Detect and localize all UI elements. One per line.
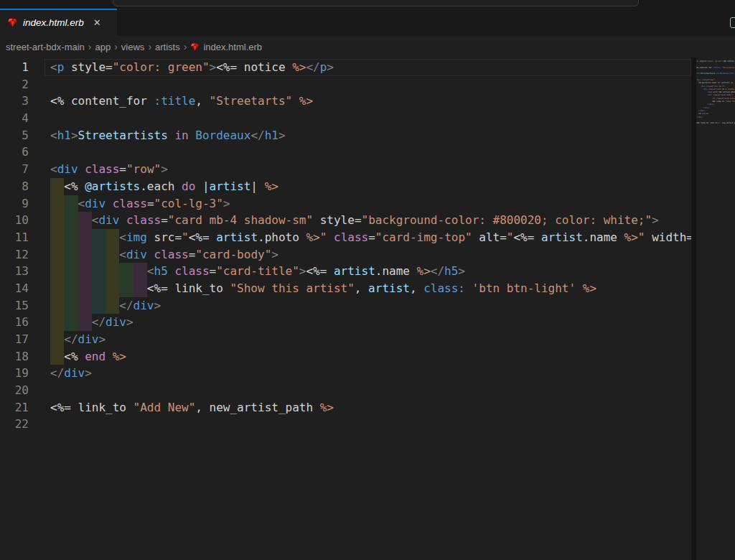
- chevron-right-icon: ›: [148, 41, 151, 52]
- indent-guide: [119, 280, 133, 297]
- indent-guide: [92, 297, 106, 314]
- breadcrumb-item-views[interactable]: views: [121, 42, 145, 52]
- code-line[interactable]: 13<h5 class="card-title"><%= artist.name…: [0, 263, 691, 280]
- code-line[interactable]: 22: [0, 416, 691, 433]
- code-line[interactable]: 11<img src="<%= artist.photo %>" class="…: [0, 229, 691, 246]
- indent-guide: [106, 297, 119, 314]
- minimap[interactable]: <p style="color: green"><%= notice %></p…: [696, 57, 735, 560]
- indent-guide: [134, 263, 147, 280]
- line-number: 14: [0, 280, 29, 297]
- code-text: <% @artists.each do |artist| %>: [50, 178, 278, 195]
- line-number: 2: [0, 76, 29, 93]
- line-number: 15: [0, 297, 29, 314]
- line-number: 11: [0, 229, 29, 246]
- indent-guide: [106, 246, 119, 263]
- code-line[interactable]: 3<% content_for :title, "Streetarts" %>: [0, 93, 691, 110]
- indent-guide: [64, 263, 78, 280]
- title-bar: [0, 0, 735, 9]
- indent-guide: [92, 280, 106, 297]
- line-number: 21: [0, 399, 29, 416]
- code-line[interactable]: 6: [0, 144, 691, 161]
- indent-guide: [50, 314, 64, 331]
- code-editor[interactable]: 1<p style="color: green"><%= notice %></…: [0, 57, 691, 560]
- line-number: 7: [0, 161, 29, 178]
- code-line[interactable]: 5<h1>Streetartists in Bordeaux</h1>: [0, 127, 691, 144]
- indent-guide: [64, 229, 78, 246]
- code-line[interactable]: 15</div>: [0, 297, 691, 314]
- breadcrumb-item-app[interactable]: app: [95, 42, 111, 52]
- scrollbar[interactable]: [691, 57, 696, 560]
- indent-guide: [106, 263, 119, 280]
- code-text: </div>: [50, 331, 106, 348]
- line-number: 10: [0, 212, 29, 229]
- breadcrumb-item-artists[interactable]: artists: [155, 42, 180, 52]
- code-line[interactable]: 21<%= link_to "Add New", new_artist_path…: [0, 399, 691, 416]
- line-number: 16: [0, 314, 29, 331]
- line-number: 22: [0, 416, 29, 433]
- indent-guide: [106, 229, 119, 246]
- indent-guide: [119, 263, 133, 280]
- indent-guide: [50, 263, 64, 280]
- indent-guide: [78, 212, 92, 229]
- indent-guide: [106, 280, 119, 297]
- code-text: </div>: [50, 314, 134, 331]
- line-number: 4: [0, 110, 29, 127]
- indent-guide: [64, 280, 78, 297]
- code-line[interactable]: 19</div>: [0, 365, 691, 382]
- command-center[interactable]: [113, 0, 639, 6]
- ruby-icon: [190, 42, 200, 52]
- line-number: 8: [0, 178, 29, 195]
- code-line[interactable]: 16</div>: [0, 314, 691, 331]
- breadcrumb-item-root[interactable]: street-art-bdx-main: [6, 42, 85, 52]
- split-editor-icon[interactable]: [730, 17, 735, 28]
- tab-index-html-erb[interactable]: index.html.erb ✕: [0, 9, 117, 36]
- indent-guide: [50, 246, 64, 263]
- line-number: 3: [0, 93, 29, 110]
- code-line[interactable]: 4: [0, 110, 691, 127]
- code-line[interactable]: 14<%= link_to "Show this artist", artist…: [0, 280, 691, 297]
- code-line[interactable]: 18<% end %>: [0, 348, 691, 365]
- chevron-right-icon: ›: [114, 41, 118, 52]
- line-number: 1: [0, 59, 29, 76]
- ruby-icon: [7, 17, 18, 28]
- indent-guide: [50, 280, 64, 297]
- indent-guide: [78, 229, 92, 246]
- code-text: <div class="card mb-4 shadow-sm" style="…: [50, 212, 659, 229]
- indent-guide: [92, 229, 106, 246]
- minimap-lines: <p style="color: green"><%= notice %></p…: [696, 60, 735, 129]
- indent-guide: [64, 195, 78, 213]
- line-number: 5: [0, 127, 29, 144]
- code-line[interactable]: 10<div class="card mb-4 shadow-sm" style…: [0, 212, 691, 229]
- code-text: <% end %>: [50, 348, 126, 365]
- code-line[interactable]: 12<div class="card-body">: [0, 246, 691, 263]
- indent-guide: [78, 246, 92, 263]
- code-line[interactable]: 8<% @artists.each do |artist| %>: [0, 178, 691, 195]
- code-text: <% content_for :title, "Streetarts" %>: [50, 93, 313, 110]
- code-line[interactable]: 2: [0, 76, 691, 93]
- code-line[interactable]: 17</div>: [0, 331, 691, 348]
- indent-guide: [64, 297, 78, 314]
- code-text: <div class="row">: [50, 161, 168, 178]
- indent-guide: [64, 314, 78, 331]
- indent-guide: [64, 212, 78, 229]
- code-text: <img src="<%= artist.photo %>" class="ca…: [50, 229, 691, 246]
- chevron-right-icon: ›: [184, 41, 187, 52]
- line-number: 19: [0, 365, 29, 382]
- code-text: <p style="color: green"><%= notice %></p…: [50, 59, 334, 76]
- code-text: <%= link_to "Add New", new_artist_path %…: [50, 399, 334, 416]
- close-icon[interactable]: ✕: [93, 18, 101, 27]
- code-text: <%= link_to "Show this artist", artist, …: [50, 280, 596, 297]
- breadcrumb-item-file[interactable]: index.html.erb: [190, 42, 262, 52]
- tab-bar: index.html.erb ✕: [0, 9, 735, 36]
- code-line[interactable]: 20: [0, 382, 691, 399]
- indent-guide: [78, 297, 92, 314]
- code-line[interactable]: 7<div class="row">: [0, 161, 691, 178]
- indent-guide: [78, 314, 92, 331]
- code-text: <h5 class="card-title"><%= artist.name %…: [50, 263, 465, 280]
- indent-guide: [50, 178, 64, 195]
- code-text: <div class="col-lg-3">: [50, 195, 230, 213]
- indent-guide: [78, 263, 92, 280]
- code-line[interactable]: 9<div class="col-lg-3">: [0, 195, 691, 213]
- code-line[interactable]: 1<p style="color: green"><%= notice %></…: [0, 59, 691, 76]
- line-number: 6: [0, 144, 29, 161]
